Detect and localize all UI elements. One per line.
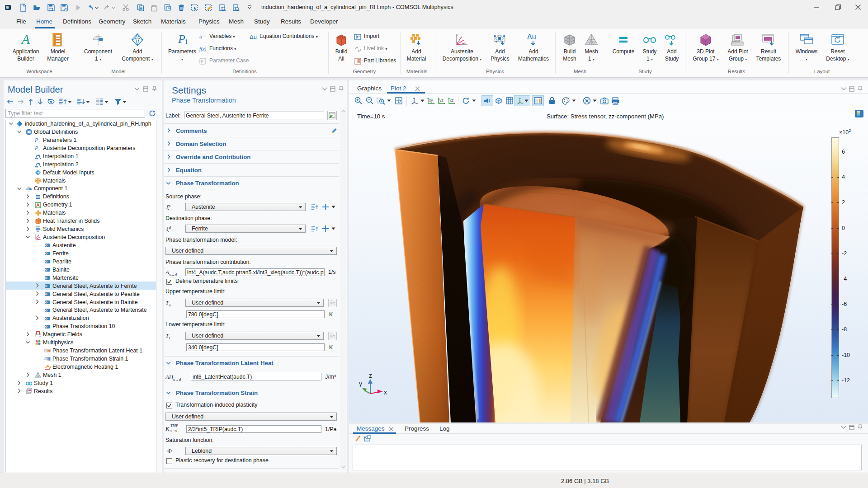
svg-text:P: P — [35, 137, 38, 143]
svg-text:i: i — [38, 147, 40, 151]
svg-text:–: – — [39, 334, 41, 338]
svg-text:i: i — [38, 139, 40, 143]
svg-text:z: z — [369, 373, 372, 379]
svg-text:y: y — [359, 380, 362, 387]
svg-text:P: P — [200, 59, 203, 64]
svg-text:xy: xy — [429, 98, 433, 103]
svg-text:a=: a= — [199, 33, 206, 40]
svg-text:yz: yz — [439, 98, 443, 103]
svg-text:Δu: Δu — [527, 33, 536, 41]
svg-text:+: + — [35, 334, 37, 338]
svg-text:P: P — [178, 33, 185, 46]
svg-text:f(x): f(x) — [199, 46, 207, 52]
svg-text:P: P — [35, 145, 38, 151]
svg-text:Δu: Δu — [250, 33, 257, 40]
svg-text:A: A — [21, 32, 30, 47]
svg-text:x: x — [384, 389, 387, 396]
svg-text:xz: xz — [450, 98, 454, 103]
svg-text:i: i — [185, 37, 188, 46]
